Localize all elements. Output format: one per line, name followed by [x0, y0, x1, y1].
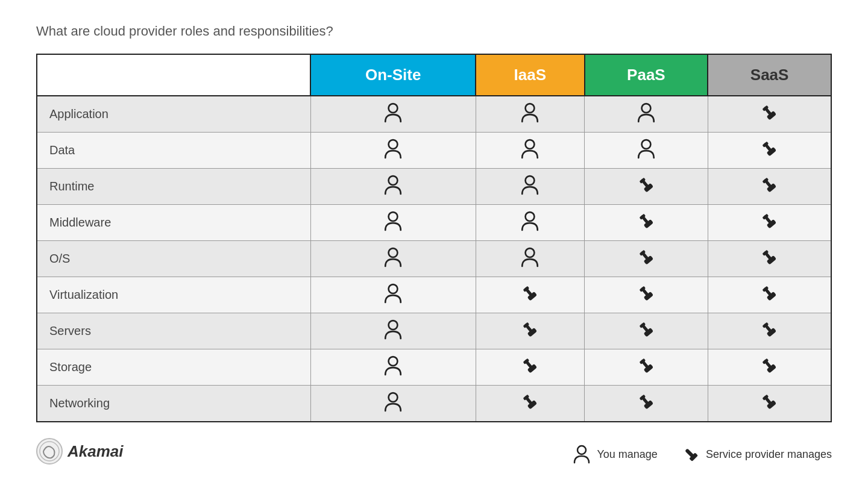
svg-point-29	[526, 248, 535, 257]
table-row: Virtualization	[37, 277, 831, 313]
wrench-icon	[637, 176, 655, 194]
person-icon	[383, 139, 403, 159]
table-header-row: On-Site IaaS PaaS SaaS	[37, 54, 831, 96]
wrench-icon	[521, 357, 539, 375]
table-row: Application	[37, 96, 831, 133]
legend-you-manage-label: You manage	[597, 448, 657, 461]
person-icon	[383, 283, 403, 304]
wrench-icon	[637, 393, 655, 411]
person-icon	[637, 139, 656, 159]
wrench-icon	[760, 393, 778, 411]
svg-point-56	[389, 357, 398, 366]
svg-point-0	[389, 104, 398, 113]
row-label: Virtualization	[37, 277, 310, 313]
person-icon	[383, 102, 403, 123]
cell-onsite	[310, 133, 476, 169]
cell-iaas	[476, 277, 585, 313]
header-label-col	[37, 54, 310, 96]
cell-paas	[585, 349, 708, 386]
akamai-logo: Akamai	[36, 438, 124, 465]
table-row: Servers	[37, 313, 831, 349]
person-icon	[383, 211, 403, 231]
svg-point-28	[389, 248, 398, 257]
cell-paas	[585, 205, 708, 241]
cell-saas	[708, 169, 831, 205]
wrench-icon	[760, 140, 778, 158]
wrench-icon	[637, 212, 655, 230]
svg-point-20	[389, 212, 398, 221]
page-title: What are cloud provider roles and respon…	[36, 23, 832, 39]
cell-onsite	[310, 313, 476, 349]
wrench-icon	[760, 176, 778, 194]
table-row: Middleware	[37, 205, 831, 241]
cell-onsite	[310, 349, 476, 386]
table-body: Application Data	[37, 96, 831, 422]
cell-iaas	[476, 241, 585, 277]
cell-iaas	[476, 349, 585, 386]
legend-wrench-icon	[682, 445, 700, 463]
wrench-icon	[637, 284, 655, 302]
cell-paas	[585, 169, 708, 205]
cell-onsite	[310, 169, 476, 205]
cell-saas	[708, 205, 831, 241]
row-label: O/S	[37, 241, 310, 277]
wrench-icon	[521, 321, 539, 339]
wrench-icon	[760, 321, 778, 339]
svg-point-46	[389, 321, 398, 330]
akamai-logo-icon	[39, 440, 60, 462]
table-row: O/S	[37, 241, 831, 277]
legend: You manage Service provider manages	[573, 445, 832, 464]
cell-saas	[708, 349, 831, 386]
svg-point-21	[526, 212, 535, 221]
header-onsite: On-Site	[310, 54, 476, 96]
person-icon	[383, 355, 403, 376]
table-row: Storage	[37, 349, 831, 386]
legend-person-icon	[573, 445, 591, 464]
wrench-icon	[637, 357, 655, 375]
cell-iaas	[476, 169, 585, 205]
wrench-icon	[521, 284, 539, 302]
svg-point-8	[641, 140, 650, 149]
row-label: Servers	[37, 313, 310, 349]
wrench-icon	[521, 393, 539, 411]
svg-point-36	[389, 284, 398, 293]
row-label: Runtime	[37, 169, 310, 205]
cell-saas	[708, 96, 831, 133]
cell-iaas	[476, 133, 585, 169]
cell-onsite	[310, 386, 476, 422]
row-label: Data	[37, 133, 310, 169]
logo-text: Akamai	[68, 442, 124, 461]
cell-onsite	[310, 96, 476, 133]
person-icon	[383, 392, 403, 412]
cell-saas	[708, 241, 831, 277]
row-label: Middleware	[37, 205, 310, 241]
table-row: Data	[37, 133, 831, 169]
svg-point-77	[577, 446, 586, 454]
person-icon	[383, 175, 403, 195]
cell-iaas	[476, 96, 585, 133]
svg-point-66	[389, 393, 398, 402]
row-label: Application	[37, 96, 310, 133]
legend-you-manage: You manage	[573, 445, 657, 464]
cell-iaas	[476, 205, 585, 241]
person-icon	[637, 102, 656, 123]
wrench-icon	[637, 321, 655, 339]
logo-circle	[36, 438, 63, 465]
person-icon	[520, 247, 539, 267]
svg-point-2	[641, 104, 650, 113]
table-row: Networking	[37, 386, 831, 422]
header-saas: SaaS	[708, 54, 831, 96]
cell-saas	[708, 133, 831, 169]
row-label: Networking	[37, 386, 310, 422]
page-wrapper: What are cloud provider roles and respon…	[36, 23, 832, 465]
svg-point-1	[526, 104, 535, 113]
cell-paas	[585, 277, 708, 313]
header-paas: PaaS	[585, 54, 708, 96]
wrench-icon	[760, 104, 778, 122]
person-icon	[520, 102, 539, 123]
wrench-icon	[637, 248, 655, 266]
cell-paas	[585, 386, 708, 422]
svg-point-6	[389, 140, 398, 149]
table-row: Runtime	[37, 169, 831, 205]
header-iaas: IaaS	[476, 54, 585, 96]
